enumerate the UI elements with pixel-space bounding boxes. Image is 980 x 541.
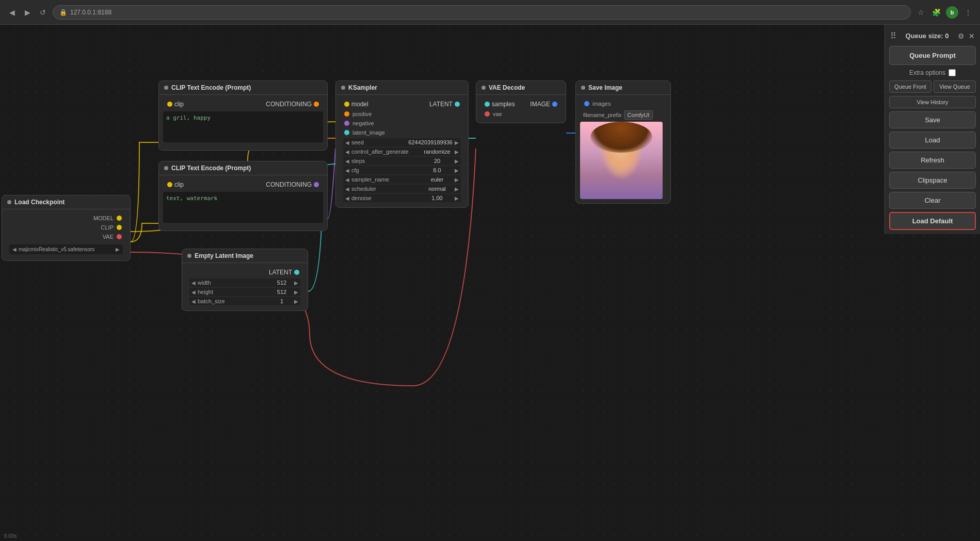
back-button[interactable]: ◀ [6,7,18,18]
height-left-arrow[interactable]: ◀ [191,289,196,295]
ksampler-latent-out[interactable] [455,102,460,107]
ksampler-negative-row: negative [340,119,464,128]
clip1-clip-in[interactable] [167,102,172,107]
steps-right-arrow[interactable]: ▶ [455,158,459,164]
latent-out-connector[interactable] [294,270,299,275]
seed-right-arrow[interactable]: ▶ [455,140,459,145]
batch-left-arrow[interactable]: ◀ [191,299,196,304]
ksampler-indicator [341,86,345,90]
save-filename-row: filename_prefix ComfyUI [580,108,666,122]
menu-button[interactable]: ⋮ [962,7,974,18]
panel-grid-icon: ⠿ [890,31,896,41]
panel-close-button[interactable]: ✕ [969,32,975,40]
browser-chrome: ◀ ▶ ↺ 🔒 127.0.0.1:8188 ☆ 🧩 b ⋮ [0,0,980,25]
ksampler-positive-label: positive [352,111,372,117]
scheduler-right-arrow[interactable]: ▶ [455,186,459,192]
vae-image-out-label: IMAGE [530,101,550,108]
lock-icon: 🔒 [59,9,67,16]
clip1-text-input[interactable]: a gril, happy [163,111,323,142]
clip2-text-input[interactable]: text, watermark [163,192,323,223]
load-button[interactable]: Load [889,132,976,149]
clip2-output-label: CONDITIONING [266,181,312,188]
steps-value: 20 [422,158,453,164]
ksampler-title: KSampler [348,84,377,91]
scheduler-value: normal [422,186,453,192]
clip-label: CLIP [101,224,114,231]
vae-vae-in[interactable] [485,111,490,117]
panel-gear-button[interactable]: ⚙ [958,32,965,40]
ksampler-model-in[interactable] [344,102,349,107]
clip-encode-1-node: CLIP Text Encode (Prompt) clip CONDITION… [158,80,328,151]
latent-indicator [187,254,191,258]
cfg-left-arrow[interactable]: ◀ [345,168,349,173]
ksampler-latent-in[interactable] [344,130,349,135]
vae-samples-in[interactable] [485,102,490,107]
clip1-output-label: CONDITIONING [266,101,312,108]
canvas-area[interactable]: Load Checkpoint MODEL CLIP VAE ◀ majicmi… [0,25,980,541]
sampler-left-arrow[interactable]: ◀ [345,177,349,183]
clip1-header: CLIP Text Encode (Prompt) [159,81,327,95]
extra-options-label: Extra options [909,69,945,76]
extra-options-checkbox[interactable] [949,69,956,76]
clip2-conditioning-out[interactable] [314,182,319,187]
load-checkpoint-node: Load Checkpoint MODEL CLIP VAE ◀ majicmi… [2,195,131,261]
extensions-button[interactable]: 🧩 [930,7,942,18]
forward-button[interactable]: ▶ [22,7,33,18]
reload-button[interactable]: ↺ [37,7,49,18]
view-history-button[interactable]: View History [889,96,976,108]
clip2-title: CLIP Text Encode (Prompt) [171,165,251,172]
star-button[interactable]: ☆ [915,7,926,18]
node-body: MODEL CLIP VAE ◀ majicmixRealistic_v5.sa… [2,209,130,260]
ksampler-scheduler-row: ◀ scheduler normal ▶ [343,185,461,193]
control-right-arrow[interactable]: ▶ [455,149,459,155]
avatar[interactable]: b [946,6,958,19]
sampler-right-arrow[interactable]: ▶ [455,177,459,183]
browser-actions: ☆ 🧩 b ⋮ [915,6,974,19]
height-right-arrow[interactable]: ▶ [294,289,298,295]
clip2-clip-in[interactable] [167,182,172,187]
view-queue-button[interactable]: View Queue [934,80,976,93]
clipspace-button[interactable]: Clipspace [889,172,976,189]
queue-front-button[interactable]: Queue Front [889,80,931,93]
save-indicator [581,86,585,90]
clip1-conditioning-out[interactable] [314,102,319,107]
refresh-button[interactable]: Refresh [889,152,976,169]
clear-button[interactable]: Clear [889,192,976,209]
ksampler-positive-in[interactable] [344,111,349,117]
latent-header: Empty Latent Image [182,249,308,263]
batch-right-arrow[interactable]: ▶ [294,299,298,304]
save-images-in[interactable] [584,101,589,106]
seed-left-arrow[interactable]: ◀ [345,140,349,145]
node-title: Load Checkpoint [14,199,65,206]
vae-samples-row: samples IMAGE [480,99,561,109]
model-connector[interactable] [117,216,122,221]
cfg-label: cfg [351,167,420,173]
ckpt-left-arrow[interactable]: ◀ [12,247,17,252]
node-indicator [7,200,11,204]
denoise-right-arrow[interactable]: ▶ [455,195,459,201]
queue-buttons-row: Queue Front View Queue [889,80,976,93]
ckpt-right-arrow[interactable]: ▶ [116,247,120,252]
queue-prompt-button[interactable]: Queue Prompt [889,46,976,65]
clip2-output-side: CONDITIONING [266,181,319,188]
width-left-arrow[interactable]: ◀ [191,280,196,286]
ksampler-negative-in[interactable] [344,121,349,126]
cfg-right-arrow[interactable]: ▶ [455,168,459,173]
control-label: control_after_generate [351,149,420,155]
extra-options-row: Extra options [889,68,976,77]
save-header: Save Image [576,81,670,95]
vae-image-out[interactable] [552,102,557,107]
steps-label: steps [351,158,420,164]
ckpt-bar: ◀ majicmixRealistic_v5.safetensors ▶ [9,244,123,254]
save-button[interactable]: Save [889,111,976,128]
clip-connector[interactable] [117,225,122,230]
width-right-arrow[interactable]: ▶ [294,280,298,286]
denoise-left-arrow[interactable]: ◀ [345,195,349,201]
ksampler-latent-in-label: latent_image [352,129,385,136]
steps-left-arrow[interactable]: ◀ [345,158,349,164]
url-bar[interactable]: 🔒 127.0.0.1:8188 [53,5,911,20]
scheduler-left-arrow[interactable]: ◀ [345,186,349,192]
control-left-arrow[interactable]: ◀ [345,149,349,155]
load-default-button[interactable]: Load Default [889,212,976,230]
vae-connector[interactable] [117,234,122,239]
